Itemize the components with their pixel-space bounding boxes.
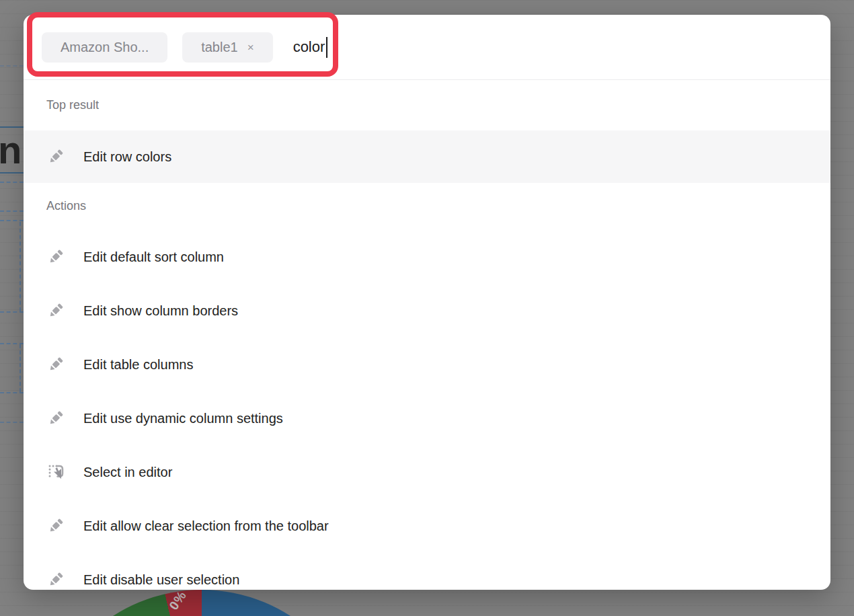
canvas-guide-line	[0, 311, 24, 313]
pencil-icon	[46, 301, 66, 321]
token-label: Amazon Sho...	[61, 40, 149, 55]
search-query-wrap[interactable]: color	[293, 37, 328, 58]
menu-item-label: Edit row colors	[83, 149, 171, 165]
menu-item-label: Select in editor	[83, 465, 172, 480]
pencil-icon	[46, 570, 66, 590]
pencil-icon	[46, 516, 66, 536]
component-selection-border	[0, 172, 24, 174]
canvas-guide-line	[0, 220, 24, 221]
menu-item-edit-use-dynamic-column-settings[interactable]: Edit use dynamic column settings	[24, 391, 830, 445]
menu-item-label: Edit allow clear selection from the tool…	[83, 518, 329, 534]
component-selection-border	[0, 126, 24, 128]
canvas-guide-line	[0, 422, 24, 423]
canvas-guide-line	[20, 344, 21, 392]
menu-item-label: Edit default sort column	[83, 249, 224, 265]
pencil-icon	[46, 354, 66, 375]
pencil-icon	[46, 247, 66, 267]
section-header-top-result: Top result	[24, 80, 830, 130]
canvas-guide-line	[0, 65, 24, 67]
command-palette-results: Top result Edit row colorsActions Edit d…	[24, 80, 830, 590]
search-token-table1[interactable]: table1×	[182, 32, 272, 63]
canvas-guide-line	[0, 392, 24, 393]
menu-item-label: Edit table columns	[83, 357, 193, 373]
token-close-icon[interactable]: ×	[247, 42, 254, 53]
pencil-icon	[46, 408, 66, 428]
token-label: table1	[201, 40, 238, 55]
search-query-text: color	[293, 38, 325, 56]
select-in-editor-icon	[46, 462, 66, 482]
menu-item-label: Edit use dynamic column settings	[83, 411, 283, 426]
menu-item-label: Edit show column borders	[83, 303, 238, 319]
menu-item-edit-table-columns[interactable]: Edit table columns	[24, 338, 830, 391]
menu-item-edit-disable-user-selection[interactable]: Edit disable user selection	[24, 553, 830, 590]
command-palette-panel: Amazon Sho...table1× color Top result Ed…	[24, 15, 830, 590]
canvas-guide-line	[0, 182, 24, 183]
menu-item-edit-show-column-borders[interactable]: Edit show column borders	[24, 284, 830, 338]
menu-item-label: Edit disable user selection	[83, 572, 239, 588]
search-token-amazon-sho-[interactable]: Amazon Sho...	[42, 32, 167, 63]
menu-item-edit-default-sort-column[interactable]: Edit default sort column	[24, 230, 830, 284]
section-header-actions: Actions	[24, 183, 830, 230]
background-partial-heading: n	[0, 127, 21, 172]
menu-item-select-in-editor[interactable]: Select in editor	[24, 445, 830, 499]
canvas-guide-line	[20, 222, 21, 311]
pencil-icon	[46, 147, 66, 167]
text-cursor	[326, 37, 327, 58]
command-palette-search-bar[interactable]: Amazon Sho...table1× color	[24, 15, 830, 80]
menu-item-edit-allow-clear-selection-from-the-toolbar[interactable]: Edit allow clear selection from the tool…	[24, 499, 830, 553]
menu-item-edit-row-colors[interactable]: Edit row colors	[24, 130, 830, 183]
canvas-guide-line	[0, 210, 24, 212]
